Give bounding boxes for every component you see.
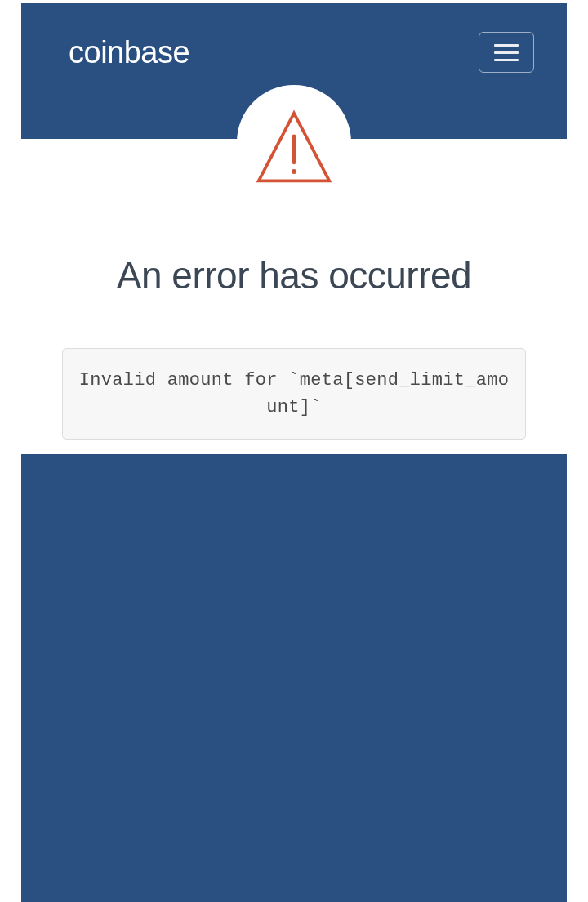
content-area: An error has occurred Invalid amount for… — [21, 139, 567, 454]
page-wrapper: coinbase An error has occurred Inva — [0, 0, 588, 902]
svg-point-2 — [292, 169, 296, 174]
hamburger-menu-icon — [494, 44, 519, 61]
menu-toggle-button[interactable] — [479, 32, 534, 73]
error-message-text: Invalid amount for `meta[send_limit_amou… — [78, 367, 510, 421]
app-container: coinbase An error has occurred Inva — [21, 3, 567, 902]
logo: coinbase — [69, 35, 189, 70]
error-message-box: Invalid amount for `meta[send_limit_amou… — [62, 348, 526, 440]
warning-icon-circle — [237, 85, 351, 199]
warning-triangle-icon — [256, 109, 332, 185]
